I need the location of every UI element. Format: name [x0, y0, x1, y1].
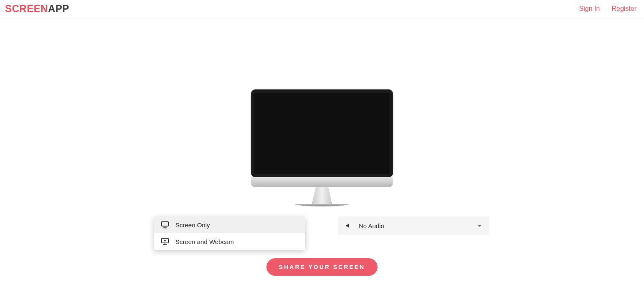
monitor-stand [309, 187, 335, 204]
monitor-illustration [251, 89, 393, 206]
logo-part1: SCREEN [5, 3, 48, 14]
menu-item-screen-and-webcam[interactable]: Screen and Webcam [154, 233, 305, 250]
svg-rect-0 [162, 222, 168, 226]
nav-links: Sign In Register [579, 5, 636, 13]
screen-plus-icon [161, 238, 169, 245]
menu-item-label: Screen Only [175, 221, 210, 229]
video-source-dropdown-container: Screen Only Screen and Webcam [155, 216, 306, 235]
audio-source-dropdown[interactable]: No Audio [338, 216, 489, 235]
monitor-chin [251, 177, 393, 187]
signin-link[interactable]: Sign In [579, 5, 600, 13]
share-screen-button[interactable]: SHARE YOUR SCREEN [266, 258, 378, 276]
video-source-menu: Screen Only Screen and Webcam [154, 216, 305, 250]
header: SCREENAPP Sign In Register [0, 0, 644, 18]
monitor-screen [254, 93, 390, 174]
dropdown-left: No Audio [345, 222, 384, 229]
monitor-frame [251, 89, 393, 177]
controls-row: Screen Only Screen and Webcam [155, 216, 489, 235]
menu-item-label: Screen and Webcam [175, 238, 234, 245]
main-content: Screen Only Screen and Webcam [0, 18, 644, 276]
monitor-icon [161, 221, 169, 229]
chevron-down-icon [477, 225, 482, 227]
logo-part2: APP [48, 3, 69, 14]
monitor-base [295, 204, 349, 206]
audio-dropdown-label: No Audio [359, 222, 384, 229]
menu-item-screen-only[interactable]: Screen Only [154, 216, 305, 233]
register-link[interactable]: Register [611, 5, 636, 13]
logo[interactable]: SCREENAPP [5, 4, 69, 14]
speaker-icon [345, 223, 351, 229]
